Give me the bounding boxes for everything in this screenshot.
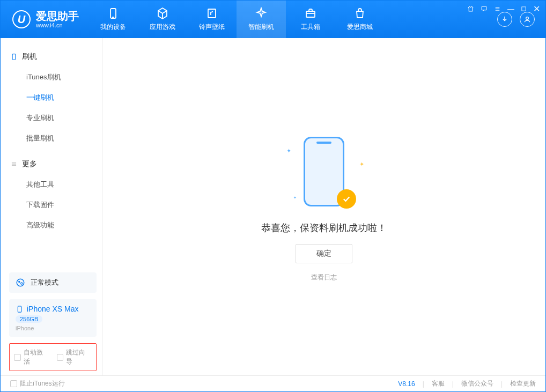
header-actions [497, 12, 545, 27]
user-button[interactable] [520, 12, 535, 27]
checkbox-icon [14, 354, 21, 361]
mode-label: 正常模式 [31, 278, 58, 287]
mode-panel[interactable]: 正常模式 [9, 272, 97, 293]
download-icon [500, 15, 509, 24]
tab-smart-flash[interactable]: 智能刷机 [237, 1, 286, 38]
svg-point-15 [17, 279, 24, 286]
device-small-icon [16, 305, 24, 313]
minimize-button[interactable]: — [507, 5, 514, 13]
success-check-icon [337, 189, 356, 209]
user-icon [523, 15, 532, 24]
svg-rect-11 [12, 54, 16, 60]
statusbar: 阻止iTunes运行 V8.16 | 客服 | 微信公众号 | 检查更新 [1, 375, 545, 391]
device-capacity-badge: 256GB [16, 315, 42, 323]
sidebar-section-flash: 刷机 [1, 47, 102, 67]
mode-icon [16, 278, 25, 287]
shirt-icon[interactable] [467, 5, 474, 12]
apps-icon [156, 7, 169, 20]
tab-ringtones[interactable]: 铃声壁纸 [187, 1, 237, 38]
sidebar-section-more: 更多 [1, 154, 102, 174]
sidebar-item-itunes-flash[interactable]: iTunes刷机 [1, 67, 102, 87]
svg-rect-10 [522, 7, 526, 11]
checkbox-icon [10, 380, 17, 387]
tab-toolbox[interactable]: 工具箱 [286, 1, 335, 38]
sidebar-item-onekey-flash[interactable]: 一键刷机 [1, 87, 102, 108]
window-controls: — ✕ [467, 4, 540, 14]
view-log-link[interactable]: 查看日志 [311, 273, 337, 282]
device-type: iPhone [16, 325, 34, 331]
version-label: V8.16 [398, 380, 415, 388]
sidebar-item-download-firmware[interactable]: 下载固件 [1, 195, 102, 215]
success-message: 恭喜您，保资料刷机成功啦！ [261, 221, 387, 234]
more-icon [10, 160, 18, 168]
sparkle-icon: ✦ [293, 196, 297, 200]
app-title: 爱思助手 [36, 10, 79, 22]
download-button[interactable] [497, 12, 512, 27]
svg-point-16 [18, 281, 20, 283]
phone-small-icon [10, 53, 18, 61]
flash-icon [255, 7, 268, 20]
sparkle-icon: ✦ [359, 161, 364, 168]
app-window: U 爱思助手 www.i4.cn 我的设备 应用游戏 铃声壁纸 智能刷机 [0, 0, 546, 392]
sparkle-icon: ✦ [286, 147, 291, 154]
device-icon [107, 7, 120, 20]
checkbox-skip-guide[interactable]: 跳过向导 [57, 348, 92, 366]
logo-icon: U [12, 10, 31, 28]
ok-button[interactable]: 确定 [296, 244, 352, 263]
feedback-icon[interactable] [481, 5, 488, 12]
close-button[interactable]: ✕ [533, 4, 540, 14]
device-panel[interactable]: iPhone XS Max 256GB iPhone [9, 299, 97, 337]
tab-apps[interactable]: 应用游戏 [138, 1, 187, 38]
sidebar-item-other-tools[interactable]: 其他工具 [1, 174, 102, 195]
header: U 爱思助手 www.i4.cn 我的设备 应用游戏 铃声壁纸 智能刷机 [1, 1, 545, 38]
sidebar: 刷机 iTunes刷机 一键刷机 专业刷机 批量刷机 更多 其他工具 下载固件 … [1, 38, 102, 375]
support-link[interactable]: 客服 [432, 379, 445, 388]
body: 刷机 iTunes刷机 一键刷机 专业刷机 批量刷机 更多 其他工具 下载固件 … [1, 38, 545, 375]
store-icon [353, 7, 366, 20]
svg-rect-2 [208, 9, 216, 18]
check-update-link[interactable]: 检查更新 [510, 379, 536, 388]
toolbox-icon [304, 7, 317, 20]
nav-tabs: 我的设备 应用游戏 铃声壁纸 智能刷机 工具箱 爱思商城 [88, 1, 385, 38]
logo[interactable]: U 爱思助手 www.i4.cn [1, 10, 88, 28]
wechat-link[interactable]: 微信公众号 [461, 379, 493, 388]
checkbox-auto-activate[interactable]: 自动激活 [14, 348, 49, 366]
main-content: ✦ ✦ ✦ 恭喜您，保资料刷机成功啦！ 确定 查看日志 [102, 38, 545, 375]
checkbox-block-itunes[interactable]: 阻止iTunes运行 [10, 379, 65, 388]
maximize-button[interactable] [521, 6, 527, 12]
success-illustration: ✦ ✦ ✦ [284, 131, 364, 212]
sidebar-item-batch-flash[interactable]: 批量刷机 [1, 128, 102, 149]
svg-rect-18 [18, 306, 21, 312]
checkbox-icon [57, 354, 64, 361]
menu-icon[interactable] [494, 5, 501, 12]
svg-point-17 [21, 283, 23, 284]
ringtone-icon [205, 7, 218, 20]
flash-options-highlight: 自动激活 跳过向导 [9, 343, 97, 371]
svg-rect-3 [306, 11, 315, 17]
sidebar-item-pro-flash[interactable]: 专业刷机 [1, 108, 102, 128]
svg-rect-6 [482, 6, 486, 10]
tab-store[interactable]: 爱思商城 [335, 1, 385, 38]
tab-my-device[interactable]: 我的设备 [88, 1, 138, 38]
svg-point-5 [526, 17, 529, 20]
device-name-text: iPhone XS Max [27, 305, 79, 313]
sidebar-item-advanced[interactable]: 高级功能 [1, 215, 102, 235]
app-subtitle: www.i4.cn [36, 22, 79, 28]
